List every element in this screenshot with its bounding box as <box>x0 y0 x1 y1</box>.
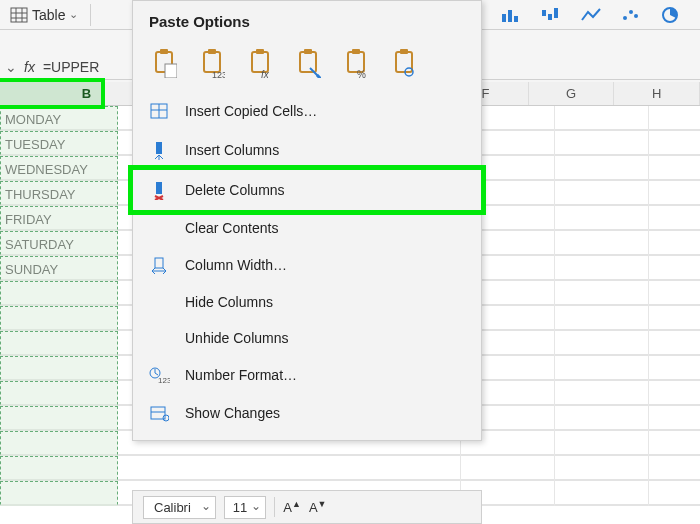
svg-rect-24 <box>300 52 316 72</box>
menu-number-format[interactable]: 123 Number Format… <box>133 356 481 394</box>
number-format-icon: 123 <box>147 366 171 384</box>
svg-rect-7 <box>514 16 518 22</box>
menu-label: Show Changes <box>185 405 280 421</box>
paste-values-icon[interactable]: 123 <box>195 42 229 78</box>
cell[interactable] <box>0 381 118 405</box>
cell[interactable]: WEDNESDAY <box>0 156 118 180</box>
insert-cells-icon <box>147 102 171 120</box>
paste-link-icon[interactable] <box>387 42 421 78</box>
cell[interactable]: TUESDAY <box>0 131 118 155</box>
separator <box>90 4 91 26</box>
cell[interactable] <box>0 406 118 430</box>
svg-rect-17 <box>165 64 177 78</box>
svg-text:123: 123 <box>158 376 170 384</box>
menu-label: Column Width… <box>185 257 287 273</box>
svg-text:123: 123 <box>212 70 225 78</box>
grid-lines <box>460 106 700 506</box>
font-size-select[interactable]: 11 <box>224 496 266 519</box>
cell[interactable] <box>0 481 118 505</box>
pie-chart-icon[interactable] <box>656 4 684 26</box>
menu-show-changes[interactable]: Show Changes <box>133 394 481 432</box>
menu-delete-columns[interactable]: Delete Columns <box>128 165 486 215</box>
cell[interactable] <box>0 331 118 355</box>
menu-hide-columns[interactable]: Hide Columns <box>133 284 481 320</box>
cell[interactable] <box>0 356 118 380</box>
cell[interactable]: THURSDAY <box>0 181 118 205</box>
menu-label: Number Format… <box>185 367 297 383</box>
menu-column-width[interactable]: Column Width… <box>133 246 481 284</box>
svg-rect-16 <box>160 49 168 54</box>
paste-formulas-icon[interactable]: fx <box>243 42 277 78</box>
menu-label: Insert Columns <box>185 142 279 158</box>
svg-text:%: % <box>357 69 366 78</box>
svg-point-11 <box>623 16 627 20</box>
menu-label: Insert Copied Cells… <box>185 103 317 119</box>
chart-buttons <box>496 4 694 26</box>
paste-options-row: 123 fx % <box>133 36 481 92</box>
font-name-select[interactable]: Calibri <box>143 496 216 519</box>
svg-rect-5 <box>502 14 506 22</box>
svg-rect-22 <box>256 49 264 54</box>
table-button[interactable]: Table ⌄ <box>6 5 82 25</box>
cell[interactable]: MONDAY <box>0 106 118 130</box>
svg-point-41 <box>163 415 169 421</box>
chevron-down-icon: ⌄ <box>69 8 78 21</box>
separator <box>274 497 275 517</box>
menu-label: Clear Contents <box>185 220 278 236</box>
delete-columns-icon <box>147 180 171 200</box>
paste-transpose-icon[interactable]: % <box>339 42 373 78</box>
scatter-chart-icon[interactable] <box>616 4 646 26</box>
svg-rect-8 <box>542 10 546 16</box>
paste-icon[interactable] <box>147 42 181 78</box>
paste-formatting-icon[interactable] <box>291 42 325 78</box>
svg-rect-30 <box>400 49 408 54</box>
svg-rect-35 <box>156 182 162 194</box>
svg-text:fx: fx <box>261 69 270 78</box>
name-box-dropdown[interactable]: ⌄ <box>4 59 18 75</box>
show-changes-icon <box>147 404 171 422</box>
increase-font-button[interactable]: A▲ <box>283 499 301 515</box>
bar-chart-icon[interactable] <box>496 4 526 26</box>
cell[interactable] <box>0 456 118 480</box>
insert-columns-icon <box>147 140 171 160</box>
line-chart-icon[interactable] <box>576 4 606 26</box>
svg-rect-25 <box>304 49 312 54</box>
svg-rect-36 <box>155 258 163 268</box>
svg-rect-18 <box>204 52 220 72</box>
svg-rect-0 <box>11 8 27 22</box>
menu-unhide-columns[interactable]: Unhide Columns <box>133 320 481 356</box>
svg-rect-6 <box>508 10 512 22</box>
mini-toolbar: Calibri 11 A▲ A▼ <box>132 490 482 524</box>
column-width-icon <box>147 256 171 274</box>
cell[interactable]: SATURDAY <box>0 231 118 255</box>
cell[interactable]: SUNDAY <box>0 256 118 280</box>
svg-rect-29 <box>396 52 412 72</box>
svg-rect-10 <box>554 8 558 18</box>
paste-options-title: Paste Options <box>133 1 481 36</box>
formula-input[interactable]: =UPPER <box>43 59 99 75</box>
context-menu: Paste Options 123 fx % Insert Copied Cel… <box>132 0 482 441</box>
menu-label: Hide Columns <box>185 294 273 310</box>
table-label: Table <box>32 7 65 23</box>
svg-rect-19 <box>208 49 216 54</box>
cell[interactable] <box>0 431 118 455</box>
menu-clear-contents[interactable]: Clear Contents <box>133 210 481 246</box>
table-icon <box>10 7 28 23</box>
svg-point-12 <box>629 10 633 14</box>
cell[interactable] <box>0 306 118 330</box>
menu-insert-columns[interactable]: Insert Columns <box>133 130 481 170</box>
cell[interactable] <box>0 281 118 305</box>
column-header-b[interactable]: B <box>0 78 105 109</box>
svg-rect-34 <box>156 142 162 154</box>
fx-label: fx <box>24 59 35 75</box>
svg-point-13 <box>634 14 638 18</box>
svg-rect-9 <box>548 14 552 20</box>
svg-rect-27 <box>352 49 360 54</box>
column-header-g[interactable]: G <box>529 82 615 105</box>
cell[interactable]: FRIDAY <box>0 206 118 230</box>
menu-insert-copied-cells[interactable]: Insert Copied Cells… <box>133 92 481 130</box>
waterfall-chart-icon[interactable] <box>536 4 566 26</box>
decrease-font-button[interactable]: A▼ <box>309 499 327 515</box>
menu-label: Delete Columns <box>185 182 285 198</box>
column-header-h[interactable]: H <box>614 82 700 105</box>
